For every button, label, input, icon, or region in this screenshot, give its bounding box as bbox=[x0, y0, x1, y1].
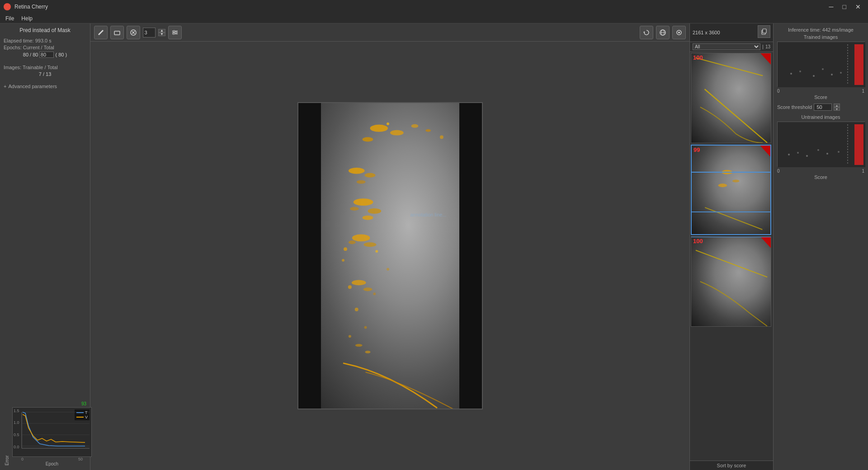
svg-point-39 bbox=[344, 247, 347, 251]
svg-point-42 bbox=[363, 287, 372, 291]
svg-point-24 bbox=[362, 137, 373, 142]
advanced-params-toggle[interactable]: + Advanced parameters bbox=[4, 84, 86, 89]
pencil-button[interactable] bbox=[94, 26, 108, 39]
reload-icon bbox=[643, 29, 650, 36]
lesion-overlay: annotation line... bbox=[298, 103, 482, 409]
untrained-score-chart bbox=[777, 122, 865, 167]
image-thumb-1[interactable]: 100 bbox=[691, 53, 771, 143]
score-axis-left-2: 0 bbox=[777, 169, 780, 174]
layer-down-arrow[interactable]: ▼ bbox=[158, 33, 165, 36]
right-panel-header: 2161 x 3600 bbox=[690, 24, 773, 42]
svg-point-40 bbox=[375, 250, 378, 253]
right-border bbox=[459, 103, 482, 409]
svg-point-34 bbox=[349, 207, 359, 211]
svg-point-59 bbox=[732, 180, 740, 183]
svg-point-46 bbox=[387, 268, 389, 271]
svg-point-38 bbox=[348, 240, 355, 244]
main-image-canvas[interactable]: annotation line... bbox=[297, 102, 483, 409]
svg-point-21 bbox=[678, 32, 680, 33]
image-area: annotation line... bbox=[90, 42, 689, 470]
menubar: File Help bbox=[0, 14, 868, 24]
copy-button[interactable] bbox=[758, 25, 770, 38]
thumb-svg-1 bbox=[691, 53, 771, 143]
threshold-down-arrow[interactable]: ▼ bbox=[834, 107, 840, 111]
svg-point-43 bbox=[348, 285, 351, 289]
image-count: 13 bbox=[765, 44, 770, 49]
score-label-2: Score bbox=[777, 174, 864, 180]
svg-point-83 bbox=[817, 149, 819, 151]
close-button[interactable]: ✕ bbox=[852, 3, 864, 11]
svg-point-33 bbox=[368, 208, 381, 214]
right-panel-title: 2161 x 3600 bbox=[693, 30, 720, 35]
refresh-button[interactable] bbox=[672, 26, 686, 39]
right-panel: 2161 x 3600 All | 13 bbox=[689, 24, 773, 470]
svg-point-44 bbox=[373, 292, 376, 295]
menu-help[interactable]: Help bbox=[18, 14, 36, 23]
loss-chart-svg bbox=[13, 408, 92, 457]
svg-point-29 bbox=[348, 168, 364, 174]
thumb-label-1: 100 bbox=[693, 54, 703, 61]
images-value: 7 / 13 bbox=[4, 71, 86, 77]
left-border bbox=[298, 103, 321, 409]
svg-point-60 bbox=[718, 183, 727, 187]
app-title: Retina Cherry bbox=[14, 4, 48, 10]
titlebar: Retina Cherry ─ □ ✕ bbox=[0, 0, 868, 14]
svg-point-31 bbox=[356, 180, 365, 184]
score-axis-right-1: 1 bbox=[862, 89, 864, 94]
settings-button[interactable] bbox=[168, 26, 182, 39]
svg-marker-66 bbox=[760, 237, 771, 248]
trained-images-title: Trained images bbox=[777, 34, 864, 40]
thumb-label-3: 100 bbox=[693, 238, 703, 244]
eraser-button[interactable] bbox=[110, 26, 124, 39]
epochs-label: Epochs: Current / Total bbox=[4, 45, 86, 50]
svg-point-26 bbox=[425, 129, 431, 132]
filter-select[interactable]: All bbox=[693, 43, 760, 50]
svg-point-35 bbox=[362, 216, 373, 220]
image-list[interactable]: 100 99 bbox=[690, 52, 773, 461]
svg-point-14 bbox=[175, 32, 177, 33]
svg-rect-68 bbox=[778, 42, 865, 87]
thumb-svg-2 bbox=[692, 146, 770, 234]
threshold-up-arrow[interactable]: ▲ bbox=[834, 103, 840, 107]
maximize-button[interactable]: □ bbox=[839, 3, 850, 11]
refresh-icon bbox=[675, 29, 683, 36]
globe-button[interactable] bbox=[656, 26, 670, 39]
reload-button[interactable] bbox=[640, 26, 653, 39]
x-axis-title: Epoch bbox=[12, 461, 92, 466]
svg-marker-62 bbox=[760, 146, 770, 156]
menu-file[interactable]: File bbox=[2, 14, 18, 23]
svg-point-47 bbox=[354, 308, 358, 311]
layer-num-input[interactable] bbox=[143, 28, 156, 38]
x-axis-labels: 0 50 bbox=[12, 457, 92, 461]
image-thumb-3[interactable]: 100 bbox=[691, 236, 771, 327]
svg-line-56 bbox=[705, 89, 767, 143]
sidebar: Pred instead of Mask Elapsed time: 993.0… bbox=[0, 24, 90, 470]
cross-button[interactable] bbox=[127, 26, 140, 39]
threshold-arrows: ▲ ▼ bbox=[834, 103, 840, 111]
svg-point-49 bbox=[348, 335, 351, 338]
elapsed-time: Elapsed time: 993.0 s bbox=[4, 38, 86, 43]
svg-line-65 bbox=[696, 250, 767, 277]
loss-marker: 93 bbox=[4, 401, 86, 406]
svg-rect-77 bbox=[778, 122, 865, 167]
svg-point-23 bbox=[390, 130, 404, 136]
main-content: Pred instead of Mask Elapsed time: 993.0… bbox=[0, 24, 868, 470]
threshold-input[interactable] bbox=[814, 103, 832, 111]
minimize-button[interactable]: ─ bbox=[826, 3, 837, 11]
svg-point-73 bbox=[813, 75, 815, 77]
threshold-label: Score threshold bbox=[777, 104, 812, 110]
sort-by-score-button[interactable]: Sort by score bbox=[690, 461, 773, 470]
score-axis-left-1: 0 bbox=[777, 89, 780, 94]
thumb-svg-3 bbox=[691, 237, 771, 326]
titlebar-controls: ─ □ ✕ bbox=[826, 3, 864, 11]
image-thumb-2[interactable]: 99 bbox=[691, 145, 771, 235]
svg-point-25 bbox=[411, 124, 418, 128]
plus-icon: + bbox=[4, 84, 6, 89]
right-panel-filter: All | 13 bbox=[690, 42, 773, 52]
cross-icon bbox=[130, 29, 137, 36]
epochs-input[interactable] bbox=[39, 52, 54, 58]
svg-line-61 bbox=[705, 207, 762, 230]
svg-point-75 bbox=[831, 74, 833, 75]
svg-point-15 bbox=[173, 33, 175, 34]
svg-point-27 bbox=[439, 136, 443, 139]
